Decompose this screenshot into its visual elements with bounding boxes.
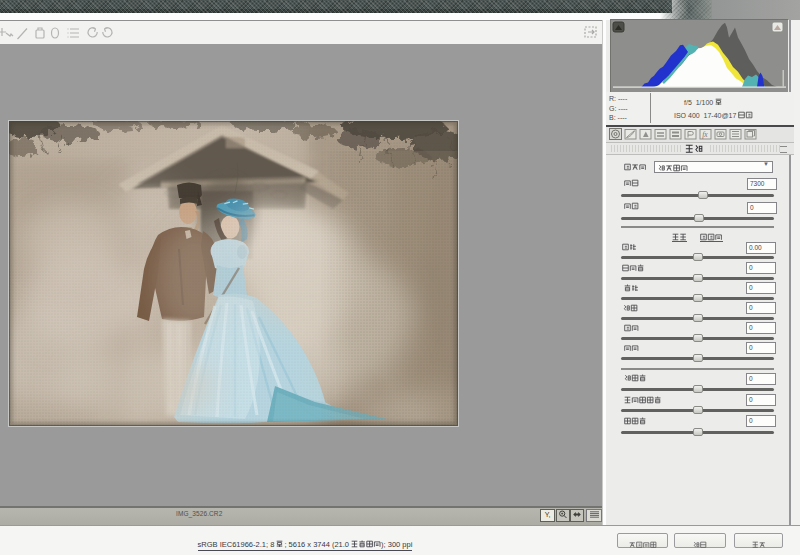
svg-text:fx: fx [702,130,708,139]
